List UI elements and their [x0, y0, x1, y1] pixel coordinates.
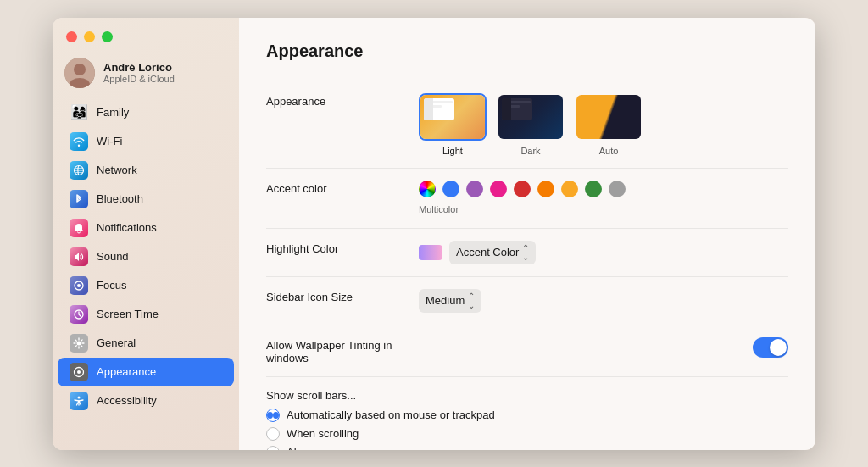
scroll-auto-label: Automatically based on mouse or trackpad — [287, 409, 495, 421]
highlight-color-dropdown[interactable]: Accent Color ⌃⌄ — [449, 241, 536, 264]
bluetooth-icon — [70, 190, 88, 208]
accent-dot-blue[interactable] — [442, 181, 459, 197]
accent-color-label: Accent color — [266, 181, 419, 195]
wifi-icon — [70, 132, 88, 151]
wallpaper-tinting-row: Allow Wallpaper Tinting in windows — [266, 325, 788, 377]
notifications-icon — [70, 219, 88, 237]
accent-dot-graphite[interactable] — [609, 181, 626, 197]
user-name: André Lorico — [103, 61, 175, 74]
sidebar-item-label: Notifications — [97, 221, 157, 234]
sidebar-item-network[interactable]: Network — [58, 156, 234, 185]
scroll-option-scrolling[interactable]: When scrolling — [266, 427, 788, 441]
sidebar-item-label: Sound — [97, 250, 129, 263]
sidebar-item-wifi[interactable]: Wi-Fi — [58, 127, 234, 156]
user-info: André Lorico AppleID & iCloud — [103, 61, 175, 84]
appearance-row-label: Appearance — [266, 93, 419, 108]
auto-label: Auto — [599, 146, 619, 156]
sidebar-item-label: Appearance — [97, 365, 156, 378]
sidebar: André Lorico AppleID & iCloud 👨‍👩‍👧 Fami… — [53, 18, 239, 450]
sidebar-icon-size-value: Medium — [426, 294, 465, 307]
focus-icon — [70, 276, 88, 295]
auto-thumbnail[interactable] — [575, 93, 643, 141]
sidebar-item-sound[interactable]: Sound — [58, 242, 234, 271]
screentime-icon — [70, 305, 88, 324]
sidebar-item-label: General — [97, 336, 136, 349]
appearance-option-light[interactable]: Light — [419, 93, 487, 156]
user-subtitle: AppleID & iCloud — [103, 74, 175, 84]
sidebar-item-bluetooth[interactable]: Bluetooth — [58, 185, 234, 214]
minimize-button[interactable] — [84, 31, 95, 42]
radio-scrolling-indicator — [266, 427, 280, 441]
scroll-bars-section: Show scroll bars... Automatically based … — [266, 377, 788, 450]
accent-dot-green[interactable] — [585, 181, 602, 197]
multicolor-label: Multicolor — [419, 204, 459, 214]
window-controls — [53, 31, 239, 54]
scroll-option-auto[interactable]: Automatically based on mouse or trackpad — [266, 409, 788, 422]
svg-point-5 — [77, 284, 81, 287]
appearance-option-dark[interactable]: Dark — [497, 93, 565, 156]
highlight-color-label: Highlight Color — [266, 241, 419, 255]
system-settings-window: André Lorico AppleID & iCloud 👨‍👩‍👧 Fami… — [53, 18, 815, 450]
sidebar-item-general[interactable]: General — [58, 329, 234, 358]
radio-always-indicator — [266, 446, 280, 450]
highlight-swatch — [419, 245, 442, 260]
page-title: Appearance — [266, 42, 788, 61]
dark-label: Dark — [520, 146, 540, 156]
sidebar-icon-size-label: Sidebar Icon Size — [266, 289, 419, 303]
radio-auto-indicator — [266, 409, 280, 422]
accent-dot-red[interactable] — [514, 181, 531, 197]
highlight-color-value: Accent Color — [456, 246, 519, 259]
appearance-row: Appearance — [266, 81, 788, 169]
wallpaper-tinting-toggle[interactable] — [753, 337, 788, 358]
maximize-button[interactable] — [102, 31, 113, 42]
main-content: Appearance Appearance — [239, 18, 815, 450]
svg-point-7 — [77, 341, 81, 345]
accent-dot-multicolor[interactable] — [419, 181, 436, 197]
dark-thumbnail[interactable] — [497, 93, 565, 141]
appearance-option-auto[interactable]: Auto — [575, 93, 643, 156]
scroll-bars-title: Show scroll bars... — [266, 389, 788, 402]
highlight-color-content: Accent Color ⌃⌄ — [419, 241, 788, 264]
close-button[interactable] — [66, 31, 77, 42]
appearance-icon — [70, 363, 88, 381]
highlight-color-row: Highlight Color Accent Color ⌃⌄ — [266, 229, 788, 277]
light-label: Light — [442, 146, 463, 156]
sidebar-item-label: Bluetooth — [97, 192, 143, 205]
sidebar-item-label: Accessibility — [97, 394, 157, 407]
sidebar-item-family[interactable]: 👨‍👩‍👧 Family — [58, 98, 234, 127]
sidebar-item-appearance[interactable]: Appearance — [58, 358, 234, 386]
sidebar-item-notifications[interactable]: Notifications — [58, 214, 234, 242]
accessibility-icon — [70, 392, 88, 410]
sidebar-icon-size-row: Sidebar Icon Size Medium ⌃⌄ — [266, 277, 788, 325]
network-icon — [70, 161, 88, 180]
light-thumbnail[interactable] — [419, 93, 487, 141]
sidebar-item-label: Focus — [97, 279, 126, 292]
svg-point-1 — [74, 64, 86, 75]
svg-point-9 — [77, 370, 81, 374]
accent-dot-orange[interactable] — [537, 181, 554, 197]
sidebar-item-label: Family — [97, 106, 129, 119]
accent-dot-yellow[interactable] — [561, 181, 578, 197]
dropdown-arrow2-icon: ⌃⌄ — [468, 292, 475, 310]
family-icon: 👨‍👩‍👧 — [70, 103, 88, 122]
sidebar-item-screentime[interactable]: Screen Time — [58, 300, 234, 329]
accent-dot-purple[interactable] — [466, 181, 483, 197]
accent-colors-content: Multicolor — [419, 181, 788, 216]
sidebar-icon-size-content: Medium ⌃⌄ — [419, 289, 788, 313]
svg-point-10 — [78, 396, 81, 398]
scroll-option-always[interactable]: Always — [266, 446, 788, 450]
sidebar-item-label: Wi-Fi — [97, 135, 122, 147]
wallpaper-tinting-label: Allow Wallpaper Tinting in windows — [266, 337, 419, 364]
accent-dot-pink[interactable] — [490, 181, 507, 197]
avatar — [64, 58, 95, 88]
dropdown-arrow-icon: ⌃⌄ — [522, 243, 529, 262]
sidebar-item-accessibility[interactable]: Accessibility — [58, 386, 234, 415]
wallpaper-tinting-content — [419, 337, 788, 358]
scroll-always-label: Always — [287, 446, 321, 450]
sidebar-item-label: Screen Time — [97, 308, 159, 320]
sidebar-icon-size-dropdown[interactable]: Medium ⌃⌄ — [419, 289, 481, 313]
sidebar-item-label: Network — [97, 164, 137, 176]
user-profile[interactable]: André Lorico AppleID & iCloud — [53, 54, 239, 98]
accent-color-row: Accent color Multicolo — [266, 169, 788, 229]
sidebar-item-focus[interactable]: Focus — [58, 271, 234, 300]
